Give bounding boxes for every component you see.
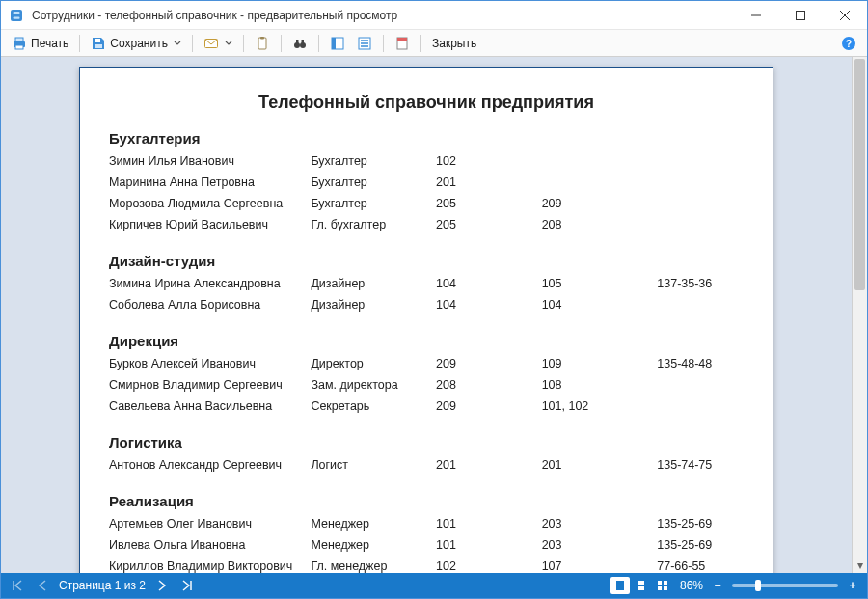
svg-rect-5 — [15, 38, 23, 41]
svg-rect-20 — [397, 38, 407, 41]
multi-page-view-button[interactable] — [653, 577, 672, 594]
phone-1: 209 — [436, 399, 542, 413]
table-row: Кирпичев Юрий ВасильевичГл. бухгалтер205… — [109, 214, 744, 235]
phone-external: 137-35-36 — [657, 277, 744, 290]
svg-rect-8 — [95, 44, 102, 48]
phone-2: 201 — [542, 458, 658, 472]
group-title: Бухгалтерия — [109, 130, 744, 147]
svg-rect-27 — [664, 581, 667, 585]
print-button[interactable]: Печать — [7, 33, 73, 54]
employee-position: Логист — [311, 458, 436, 472]
employee-position: Гл. бухгалтер — [311, 218, 436, 231]
preview-window: Сотрудники - телефонный справочник - пре… — [0, 0, 868, 599]
first-page-button[interactable] — [9, 577, 26, 594]
svg-rect-10 — [258, 38, 266, 49]
toolbar-separator — [192, 35, 193, 52]
page-setup-button[interactable] — [390, 33, 415, 54]
phone-2: 107 — [542, 559, 658, 573]
scroll-area[interactable]: Телефонный справочник предприятия Бухгал… — [1, 57, 852, 573]
titlebar: Сотрудники - телефонный справочник - пре… — [1, 1, 867, 30]
employee-name: Антонов Александр Сергеевич — [109, 458, 311, 472]
phone-external: 77-66-55 — [657, 559, 744, 573]
employee-position: Гл. менеджер — [311, 559, 436, 573]
close-window-button[interactable] — [823, 1, 867, 29]
find-button[interactable] — [287, 33, 312, 54]
svg-rect-0 — [11, 10, 22, 21]
chevron-down-icon — [225, 37, 232, 50]
phone-external: 135-48-48 — [657, 357, 744, 370]
phone-1: 205 — [436, 197, 542, 210]
minimize-button[interactable] — [734, 1, 778, 29]
phone-1: 208 — [436, 378, 542, 392]
continuous-view-button[interactable] — [632, 577, 651, 594]
vertical-scrollbar[interactable]: ▴ ▾ — [852, 57, 867, 573]
svg-text:?: ? — [846, 39, 852, 49]
phone-2: 203 — [542, 517, 658, 531]
employee-name: Кирпичев Юрий Васильевич — [109, 218, 311, 231]
group-title: Логистика — [109, 434, 744, 450]
mail-icon — [203, 36, 219, 51]
outline-button[interactable] — [352, 33, 377, 54]
zoom-controls: 86% − + — [680, 579, 859, 592]
employee-name: Савельева Анна Васильевна — [109, 399, 311, 413]
preview-viewport: Телефонный справочник предприятия Бухгал… — [1, 57, 867, 573]
scroll-down-icon[interactable]: ▾ — [853, 558, 867, 573]
employee-position: Директор — [311, 357, 436, 370]
employee-name: Соболева Алла Борисовна — [109, 298, 311, 312]
employee-position: Менеджер — [311, 517, 436, 531]
employee-name: Зимин Илья Иванович — [109, 154, 311, 168]
help-icon: ? — [841, 36, 856, 51]
employee-position: Дизайнер — [311, 277, 436, 290]
svg-rect-11 — [260, 37, 264, 40]
employee-name: Ивлева Ольга Ивановна — [109, 538, 311, 552]
last-page-button[interactable] — [178, 577, 196, 594]
zoom-in-button[interactable]: + — [846, 579, 859, 592]
svg-rect-25 — [638, 586, 644, 590]
phone-1: 104 — [436, 298, 542, 312]
maximize-button[interactable] — [778, 1, 823, 29]
outline-icon — [357, 36, 372, 51]
zoom-out-button[interactable]: − — [711, 579, 724, 592]
thumbnails-icon — [330, 36, 345, 51]
phone-1: 101 — [436, 538, 542, 552]
svg-rect-26 — [658, 581, 662, 585]
toolbar-separator — [243, 35, 244, 52]
send-button[interactable] — [199, 33, 237, 54]
printer-icon — [12, 36, 27, 51]
app-icon — [9, 8, 24, 23]
report-page: Телефонный справочник предприятия Бухгал… — [79, 67, 773, 573]
copy-button[interactable] — [250, 33, 275, 54]
table-row: Кириллов Владимир ВикторовичГл. менеджер… — [109, 556, 744, 573]
toolbar: Печать Сохранить — [1, 30, 867, 57]
next-page-button[interactable] — [153, 577, 171, 594]
zoom-slider-thumb[interactable] — [755, 580, 761, 591]
employee-name: Морозова Людмила Сергеевна — [109, 197, 311, 210]
save-button[interactable]: Сохранить — [86, 33, 186, 54]
employee-position: Секретарь — [311, 399, 436, 413]
close-preview-button[interactable]: Закрыть — [427, 33, 481, 54]
phone-1: 201 — [436, 176, 542, 189]
employee-name: Маринина Анна Петровна — [109, 176, 311, 189]
svg-rect-15 — [301, 40, 304, 43]
svg-rect-24 — [638, 581, 644, 585]
svg-rect-3 — [797, 11, 805, 19]
table-row: Соболева Алла БорисовнаДизайнер104104 — [109, 294, 744, 315]
report-body: БухгалтерияЗимин Илья ИвановичБухгалтер1… — [109, 130, 744, 573]
status-bar: Страница 1 из 2 86% − + — [1, 573, 867, 598]
employee-position: Бухгалтер — [311, 197, 436, 210]
employee-position: Дизайнер — [311, 298, 436, 312]
prev-page-button[interactable] — [34, 577, 51, 594]
employee-position: Бухгалтер — [311, 154, 436, 168]
scrollbar-thumb[interactable] — [854, 59, 865, 290]
help-button[interactable]: ? — [836, 33, 861, 54]
close-label: Закрыть — [432, 37, 476, 50]
thumbnails-button[interactable] — [325, 33, 350, 54]
employee-name: Смирнов Владимир Сергеевич — [109, 378, 311, 392]
save-label: Сохранить — [110, 37, 168, 50]
toolbar-separator — [383, 35, 384, 52]
zoom-slider[interactable] — [732, 584, 838, 587]
phone-2: 105 — [542, 277, 658, 290]
svg-rect-17 — [332, 38, 336, 49]
phone-1: 101 — [436, 517, 542, 531]
single-page-view-button[interactable] — [610, 577, 630, 594]
